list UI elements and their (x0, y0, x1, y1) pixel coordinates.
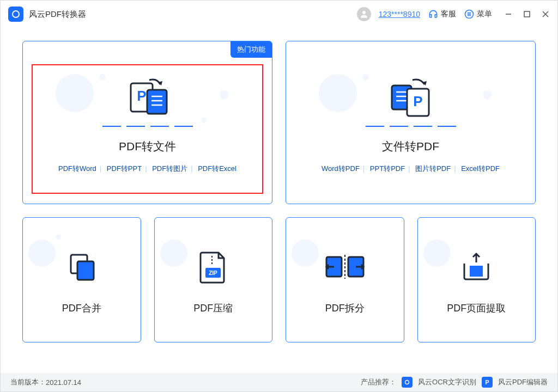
bg-decoration (23, 218, 141, 342)
svg-point-30 (405, 381, 409, 384)
card-pdf-to-file[interactable]: 热门功能 P (22, 41, 272, 204)
editor-icon: P (482, 377, 493, 388)
svg-point-0 (362, 11, 366, 14)
status-bar: 当前版本： 2021.07.14 产品推荐： 风云OCR文字识别 P 风云PDF… (1, 373, 557, 391)
bg-decoration (286, 218, 404, 342)
support-label: 客服 (441, 9, 456, 19)
bg-decoration (155, 218, 272, 342)
svg-rect-6 (524, 11, 530, 17)
menu-icon (464, 9, 475, 20)
minimize-button[interactable] (504, 10, 513, 19)
card-pdf-extract[interactable]: PDF页面提取 (417, 217, 536, 342)
version-value: 2021.07.14 (46, 378, 81, 387)
editor-link[interactable]: 风云PDF编辑器 (498, 377, 548, 387)
app-title: 风云PDF转换器 (29, 9, 86, 20)
maximize-button[interactable] (523, 10, 531, 19)
bg-decoration (23, 41, 272, 204)
headset-icon (428, 9, 439, 20)
card-pdf-merge[interactable]: PDF合并 (22, 217, 141, 342)
menu-button[interactable]: 菜单 (464, 9, 492, 20)
card-file-to-pdf[interactable]: P 文件转PDF Word转PDF| PPT转PDF| 图片转PDF| Exce… (286, 41, 536, 204)
title-bar: 风云PDF转换器 123****8910 客服 菜单 (1, 1, 557, 28)
app-logo (8, 7, 23, 22)
menu-label: 菜单 (477, 9, 492, 19)
bg-decoration (418, 218, 536, 342)
card-pdf-compress[interactable]: ZIP PDF压缩 (154, 217, 273, 342)
recommend-label: 产品推荐： (361, 377, 396, 387)
bg-decoration (286, 41, 535, 204)
user-link[interactable]: 123****8910 (379, 10, 420, 19)
card-pdf-split[interactable]: PDF拆分 (286, 217, 404, 342)
ocr-link[interactable]: 风云OCR文字识别 (418, 377, 476, 387)
main-content: 热门功能 P (1, 28, 557, 348)
avatar-icon[interactable] (357, 7, 371, 21)
support-button[interactable]: 客服 (428, 9, 456, 20)
version-label: 当前版本： (10, 377, 46, 387)
close-button[interactable] (541, 10, 550, 19)
ocr-icon (402, 377, 413, 388)
